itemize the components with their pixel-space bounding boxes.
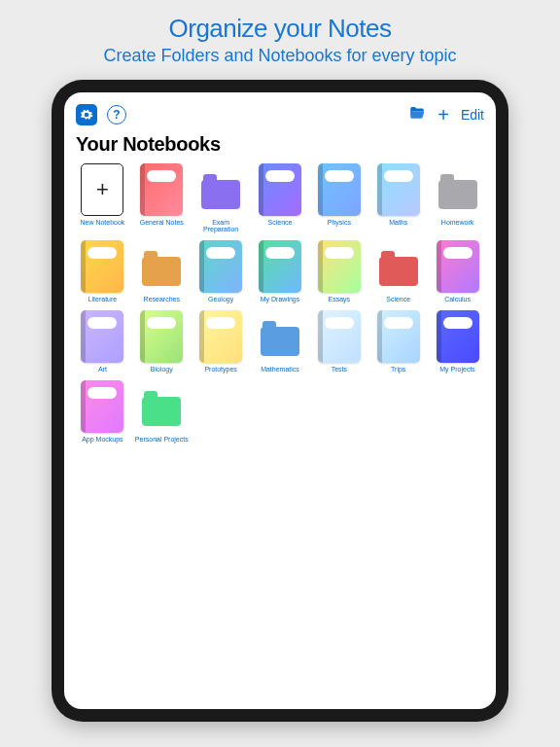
folder-item[interactable]: Homework	[431, 163, 484, 232]
item-label: General Notes	[140, 219, 184, 226]
add-button[interactable]: +	[438, 105, 449, 124]
notebook-cover	[140, 310, 183, 363]
notebook-cover	[199, 310, 242, 363]
item-label: Personal Projects	[135, 436, 189, 443]
item-label: Maths	[389, 219, 407, 226]
help-button[interactable]: ?	[107, 105, 126, 124]
marketing-title: Organize your Notes	[0, 14, 560, 44]
notebook-cover	[81, 310, 123, 363]
notebook-cover	[318, 163, 361, 216]
folder-item[interactable]: Science	[371, 240, 425, 302]
notebook-cover	[318, 310, 361, 363]
folder-icon	[379, 257, 418, 286]
item-label: Tests	[332, 366, 347, 373]
item-label: Geology	[208, 296, 233, 302]
item-label: App Mockups	[82, 436, 122, 443]
item-label: Homework	[441, 219, 473, 226]
notebook-item[interactable]: Calculus	[431, 240, 484, 302]
notebook-item[interactable]: Literature	[76, 240, 129, 302]
folder-open-button[interactable]	[408, 104, 426, 125]
item-label: Science	[268, 219, 293, 226]
page-title: Your Notebooks	[76, 133, 484, 156]
notebook-item[interactable]: My Drawings	[254, 240, 307, 302]
folder-icon	[201, 180, 240, 209]
notebook-item[interactable]: Geology	[194, 240, 248, 302]
item-label: Calculus	[444, 296, 471, 302]
item-label: Science	[386, 296, 410, 302]
notebook-item[interactable]: Maths	[371, 163, 425, 232]
settings-icon	[80, 108, 93, 122]
notebook-cover	[199, 240, 242, 293]
notebook-cover	[377, 163, 420, 216]
device-frame: ? + Edit Your Notebooks +New NotebookGen…	[52, 80, 508, 722]
item-label: New Notebook	[80, 219, 124, 226]
item-label: Biology	[151, 366, 173, 373]
folder-item[interactable]: Mathematics	[254, 310, 307, 373]
folder-icon	[142, 397, 181, 426]
folder-item[interactable]: Personal Projects	[135, 380, 189, 443]
notebook-item[interactable]: Physics	[312, 163, 366, 232]
notebook-item[interactable]: Essays	[312, 240, 366, 302]
notebook-item[interactable]: Prototypes	[194, 310, 248, 373]
plus-icon: +	[81, 163, 123, 216]
notebook-cover	[81, 240, 123, 293]
notebook-item[interactable]: Art	[76, 310, 129, 373]
folder-item[interactable]: Researches	[135, 240, 189, 302]
item-label: Mathematics	[261, 366, 299, 373]
item-label: Art	[98, 366, 107, 373]
item-label: My Drawings	[261, 296, 299, 302]
settings-button[interactable]	[76, 104, 97, 125]
notebook-cover	[377, 310, 420, 363]
item-label: Trips	[391, 366, 405, 373]
notebook-cover	[437, 240, 479, 293]
item-label: Researches	[144, 296, 180, 302]
notebook-item[interactable]: General Notes	[135, 163, 189, 232]
notebook-item[interactable]: Tests	[312, 310, 366, 373]
notebook-item[interactable]: My Projects	[431, 310, 484, 373]
item-label: Literature	[88, 296, 118, 302]
notebook-item[interactable]: Science	[254, 163, 307, 232]
notebook-item[interactable]: Biology	[135, 310, 189, 373]
item-label: Physics	[328, 219, 351, 226]
notebook-cover	[259, 163, 301, 216]
folder-icon	[261, 327, 299, 356]
notebook-cover	[318, 240, 361, 293]
notebook-grid: +New NotebookGeneral NotesExam Preparati…	[76, 163, 484, 443]
toolbar: ? + Edit	[76, 102, 484, 127]
notebook-cover	[437, 310, 479, 363]
folder-icon	[142, 257, 181, 286]
app-screen: ? + Edit Your Notebooks +New NotebookGen…	[64, 92, 496, 709]
folder-icon	[408, 104, 426, 122]
item-label: My Projects	[439, 366, 475, 373]
notebook-item[interactable]: App Mockups	[76, 380, 129, 443]
item-label: Prototypes	[204, 366, 236, 373]
new-notebook-item[interactable]: +New Notebook	[76, 163, 129, 232]
question-mark-icon: ?	[113, 108, 120, 122]
item-label: Exam Preparation	[194, 219, 248, 232]
notebook-item[interactable]: Trips	[371, 310, 425, 373]
notebook-cover	[140, 163, 183, 216]
folder-icon	[438, 180, 477, 209]
edit-button[interactable]: Edit	[461, 107, 484, 123]
folder-item[interactable]: Exam Preparation	[194, 163, 248, 232]
marketing-header: Organize your Notes Create Folders and N…	[0, 0, 560, 66]
notebook-cover	[81, 380, 123, 433]
item-label: Essays	[329, 296, 351, 302]
notebook-cover	[259, 240, 301, 293]
marketing-subtitle: Create Folders and Notebooks for every t…	[0, 46, 560, 66]
